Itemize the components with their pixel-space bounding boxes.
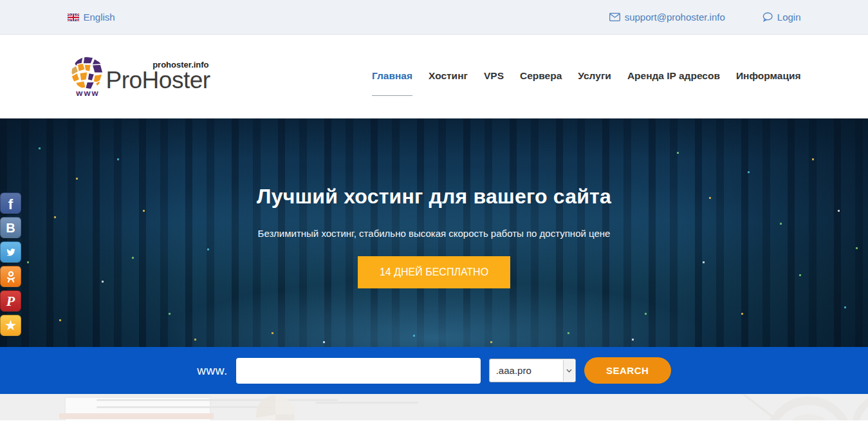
bookmark-star-social-button[interactable]: ★ <box>0 315 21 336</box>
globe-www-icon: www <box>68 55 109 98</box>
nav-item-glavnaya[interactable]: Главная <box>372 70 412 83</box>
support-email-text: support@prohoster.info <box>625 12 725 23</box>
twitter-icon <box>4 245 18 259</box>
decor-line <box>97 399 338 401</box>
page: English support@prohoster.info <box>0 0 868 421</box>
nav-item-vps[interactable]: VPS <box>484 70 504 83</box>
logo-text: prohoster.info ProHoster <box>106 60 210 93</box>
decor-ring-shape-right <box>853 395 868 420</box>
vkontakte-social-button[interactable]: B <box>0 217 21 238</box>
login-label: Login <box>777 12 801 23</box>
domain-search-button[interactable]: SEARCH <box>584 357 671 384</box>
decor-line <box>97 406 270 408</box>
tld-select[interactable]: .aaa.pro <box>490 359 575 382</box>
hero-title: Лучший хостинг для вашего сайта <box>0 118 868 209</box>
vkontakte-icon: B <box>6 221 15 234</box>
nav-item-servera[interactable]: Сервера <box>520 70 562 83</box>
star-icon: ★ <box>5 319 16 332</box>
nav-item-uslugi[interactable]: Услуги <box>578 70 611 83</box>
facebook-icon: f <box>8 198 13 212</box>
social-sidebar: f B P ★ <box>0 192 21 336</box>
login-link[interactable]: Login <box>762 12 801 23</box>
logo-brand: ProHoster <box>106 68 210 93</box>
next-section-preview <box>0 394 868 420</box>
decor-ring-inner <box>782 414 836 420</box>
language-label: English <box>84 12 115 23</box>
uk-flag-icon <box>68 14 79 21</box>
logo[interactable]: www prohoster.info ProHoster <box>68 55 210 98</box>
support-email-link[interactable]: support@prohoster.info <box>609 12 725 23</box>
facebook-social-button[interactable]: f <box>0 192 21 214</box>
decor-line <box>315 402 418 404</box>
domain-search-input[interactable] <box>236 358 481 384</box>
logo-www-text: www <box>76 88 99 98</box>
decor-band <box>59 413 214 419</box>
decor-ring-shape <box>764 397 853 420</box>
twitter-social-button[interactable] <box>0 241 21 263</box>
topbar: English support@prohoster.info <box>0 0 868 35</box>
www-prefix-label: www. <box>197 364 227 378</box>
nav-item-arenda-ip[interactable]: Аренда IP адресов <box>627 70 720 83</box>
nav-item-informaciya[interactable]: Информация <box>736 70 801 83</box>
topbar-right: support@prohoster.info Login <box>609 12 801 23</box>
odnoklassniki-icon <box>4 270 18 284</box>
nav-item-hosting[interactable]: Хостинг <box>429 70 468 83</box>
tld-select-wrap: .aaa.pro <box>489 359 576 382</box>
pinterest-icon: P <box>6 294 15 308</box>
mail-icon <box>609 13 620 21</box>
main-nav: Главная Хостинг VPS Сервера Услуги Аренд… <box>372 70 801 83</box>
language-selector[interactable]: English <box>68 12 115 23</box>
hero-banner: f B P ★ Л <box>0 118 868 347</box>
header: www prohoster.info ProHoster Главная Хос… <box>0 35 868 118</box>
domain-search-bar: www. .aaa.pro SEARCH <box>0 347 868 394</box>
odnoklassniki-social-button[interactable] <box>0 266 21 287</box>
login-bubble-icon <box>762 12 773 22</box>
hero-subtitle: Безлимитный хостинг, стабильно высокая с… <box>0 228 868 239</box>
free-trial-button[interactable]: 14 ДНЕЙ БЕСПЛАТНО <box>358 256 510 288</box>
pinterest-social-button[interactable]: P <box>0 290 21 312</box>
